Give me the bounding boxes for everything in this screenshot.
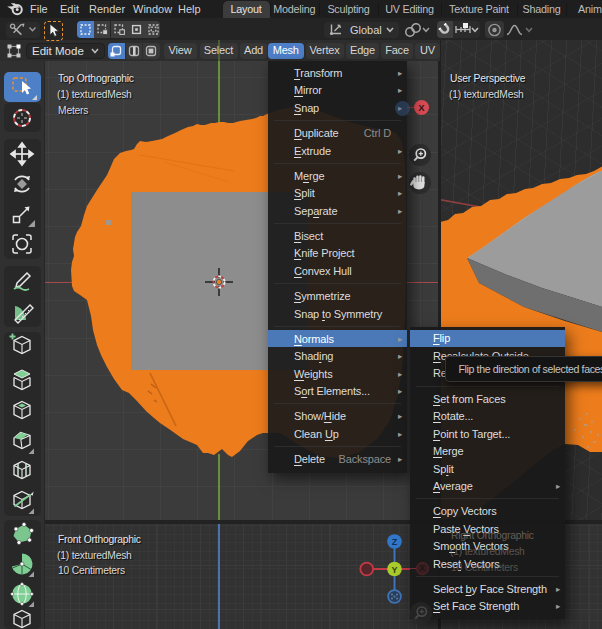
svg-text:Y: Y (391, 564, 397, 574)
svg-text:Z: Z (392, 537, 398, 547)
